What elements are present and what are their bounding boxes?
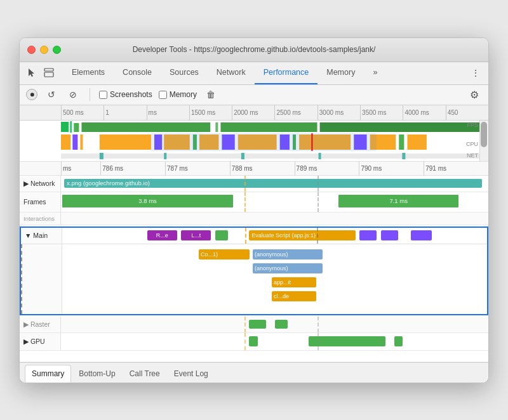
tab-console[interactable]: Console: [114, 62, 161, 84]
timeline-area: 500 ms 1 ms 1500 ms 2000 ms 2500 ms 3000…: [20, 105, 488, 362]
fps-label: FPS: [467, 122, 478, 128]
fps-chart: [61, 121, 479, 133]
sub-bar-anon1: (anonymous): [253, 249, 323, 259]
svg-rect-33: [319, 153, 321, 159]
settings-gear-icon[interactable]: ⚙: [467, 87, 482, 102]
spacer-row: [20, 351, 488, 362]
tab-call-tree[interactable]: Call Tree: [123, 365, 166, 383]
dock-icon[interactable]: [41, 65, 57, 81]
titlebar: Developer Tools - https://googlechrome.g…: [20, 38, 488, 62]
screenshots-checkbox-label[interactable]: Screenshots: [99, 90, 152, 99]
tab-more[interactable]: »: [364, 62, 386, 84]
frame-val-1: 3.8 ms: [138, 197, 157, 204]
frames-row-label: Frames: [20, 192, 61, 212]
main-section: ▼ Main R...e L...t: [20, 226, 488, 315]
zoom-mark-1: 786 ms: [100, 162, 165, 176]
reload-button[interactable]: ↺: [44, 87, 59, 102]
tab-network[interactable]: Network: [208, 62, 255, 84]
dashed-line-gray2: [318, 192, 319, 212]
gpu-row-content: [61, 333, 488, 350]
main-dashed-yellow: [245, 228, 246, 244]
svg-rect-1: [44, 69, 53, 71]
svg-rect-7: [215, 122, 218, 132]
toolbar-right: ⋮: [468, 65, 483, 81]
raster-row-label: ▶ Raster: [20, 317, 61, 332]
raster-dashed-yellow: [244, 317, 246, 332]
scrollbar-thumb[interactable]: [481, 122, 487, 147]
ruler-mark-5: 2500 ms: [274, 105, 317, 121]
zoom-mark-6: 791 ms: [424, 162, 488, 176]
ruler-mark-9: 450: [446, 105, 488, 121]
frames-row-content: 3.8 ms 7.1 ms: [61, 192, 488, 212]
ruler-mark-7: 3500 ms: [360, 105, 403, 121]
network-bar-label: x.png (googlechrome.github.io): [67, 180, 150, 187]
svg-rect-34: [402, 153, 405, 159]
raster-bar-2: [275, 320, 288, 329]
trash-icon[interactable]: 🗑: [203, 87, 218, 102]
ruler-mark-6: 3000 ms: [318, 105, 360, 121]
main-bar-purple1: [359, 230, 377, 240]
fps-cpu-overview: FPS CPU NET: [20, 121, 488, 162]
interactions-row-label: Interactions: [20, 213, 61, 225]
memory-checkbox-label[interactable]: Memory: [159, 90, 197, 99]
tab-bottom-up[interactable]: Bottom-Up: [72, 365, 121, 383]
maximize-button[interactable]: [53, 46, 61, 54]
zoom-mark-3: 788 ms: [230, 162, 295, 176]
zoom-mark-2: 787 ms: [165, 162, 230, 176]
ruler-mark-3: 1500 ms: [189, 105, 232, 121]
svg-rect-12: [80, 135, 83, 150]
cpu-label: CPU: [466, 141, 478, 147]
frame-val-2: 7.1 ms: [389, 197, 408, 204]
devtools-window: Developer Tools - https://googlechrome.g…: [19, 37, 489, 383]
tab-elements[interactable]: Elements: [63, 62, 114, 84]
svg-rect-4: [70, 121, 72, 133]
screenshots-checkbox[interactable]: [99, 91, 107, 99]
more-options-icon[interactable]: ⋮: [468, 65, 483, 81]
zoom-mark-5: 790 ms: [359, 162, 424, 176]
svg-rect-25: [399, 135, 404, 150]
svg-rect-11: [72, 135, 77, 150]
tab-event-log[interactable]: Event Log: [168, 365, 215, 383]
cursor-icon[interactable]: [25, 65, 40, 81]
gpu-row-label: ▶ GPU: [20, 333, 61, 350]
ruler-mark-4: 2000 ms: [232, 105, 274, 121]
minimize-button[interactable]: [40, 46, 48, 54]
main-bar-green1: [215, 230, 228, 240]
memory-checkbox[interactable]: [159, 91, 167, 99]
raster-timeline-row: ▶ Raster: [20, 317, 488, 333]
stop-button[interactable]: ⊘: [65, 87, 81, 102]
zoom-marks: ms 786 ms 787 ms 788 ms 789 ms 790 ms 79…: [61, 162, 488, 176]
svg-rect-26: [407, 135, 426, 150]
dashed-line-yellow2: [244, 192, 246, 212]
network-row-content: x.png (googlechrome.github.io): [61, 176, 488, 192]
record-button[interactable]: ⏺: [26, 89, 37, 100]
svg-rect-29: [61, 154, 479, 159]
gpu-bar-1: [249, 336, 257, 346]
zoom-ruler: ms 786 ms 787 ms 788 ms 789 ms 790 ms 79…: [20, 162, 488, 176]
main-sub-rows: Co...1) (anonymous) (anonymous) app...it…: [21, 244, 487, 314]
tab-memory[interactable]: Memory: [318, 62, 364, 84]
svg-rect-3: [61, 122, 69, 132]
main-bar-purple3: [411, 230, 432, 240]
bottom-tabs: Summary Bottom-Up Call Tree Event Log: [20, 362, 488, 383]
svg-rect-10: [61, 135, 70, 150]
main-bar-purple2: [381, 230, 398, 240]
zoom-mark-0: ms: [61, 162, 100, 176]
net-chart: [61, 152, 479, 160]
tab-sources[interactable]: Sources: [161, 62, 208, 84]
gpu-bar-2: [309, 336, 385, 346]
sub-dashed-gray: [21, 244, 22, 314]
tab-performance[interactable]: Performance: [255, 62, 318, 84]
scrollbar[interactable]: [479, 121, 488, 162]
sub-bar-clde: cl...de: [272, 291, 316, 301]
network-bar: x.png (googlechrome.github.io): [64, 179, 482, 188]
gpu-dashed-gray: [318, 333, 319, 350]
tab-bar: Elements Console Sources Network Perform…: [63, 62, 467, 84]
svg-rect-30: [100, 153, 104, 159]
raster-bar-1: [249, 320, 266, 329]
gpu-bar-3: [394, 336, 403, 346]
ruler-mark-1: 1: [104, 105, 146, 121]
svg-marker-0: [29, 69, 34, 77]
close-button[interactable]: [27, 46, 36, 54]
tab-summary[interactable]: Summary: [25, 365, 71, 383]
